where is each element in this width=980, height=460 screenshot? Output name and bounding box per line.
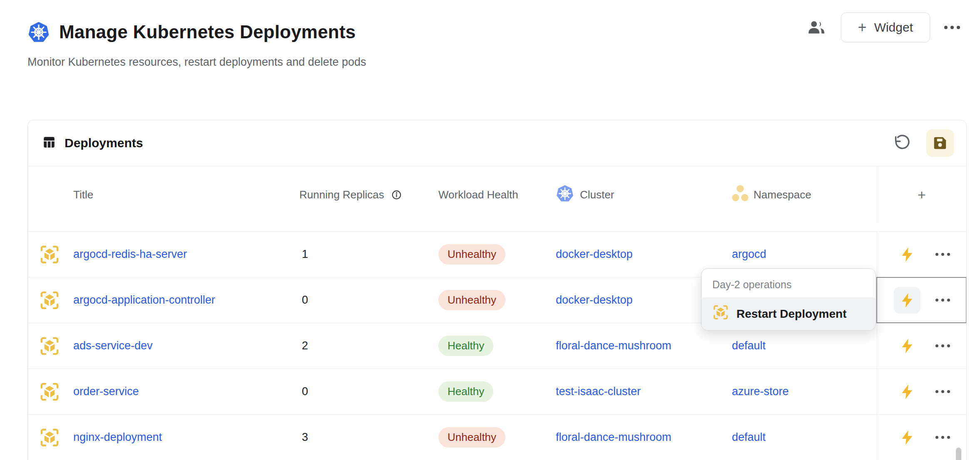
deployment-link[interactable]: argocd-redis-ha-server — [73, 248, 187, 261]
replicas-value: 1 — [296, 232, 436, 277]
deployment-icon — [28, 323, 67, 368]
vertical-scrollbar[interactable] — [956, 448, 961, 460]
replicas-value: 2 — [296, 323, 436, 368]
row-actions — [877, 415, 966, 460]
table-header-row: Title Running Replicas Workload Health — [28, 166, 966, 223]
row-more-menu[interactable] — [935, 344, 950, 347]
page-title: Manage Kubernetes Deployments — [59, 22, 356, 42]
deployment-icon — [28, 369, 67, 414]
row-more-menu[interactable] — [935, 436, 950, 439]
menu-header: Day-2 operations — [701, 269, 876, 297]
namespace-link[interactable]: argocd — [732, 248, 766, 261]
column-running-replicas[interactable]: Running Replicas — [296, 166, 436, 223]
panel-header: Deployments — [28, 120, 966, 166]
deployment-link[interactable]: argocd-application-controller — [73, 294, 215, 307]
lightning-bolt-icon[interactable] — [894, 424, 920, 451]
add-widget-label: Widget — [874, 20, 913, 35]
cluster-link[interactable]: floral-dance-mushroom — [556, 431, 672, 444]
column-title[interactable]: Title — [67, 166, 296, 223]
lightning-bolt-icon[interactable] — [894, 241, 920, 268]
add-column-button[interactable]: + — [877, 166, 966, 223]
table-icon — [42, 135, 56, 151]
deployment-link[interactable]: ads-service-dev — [73, 339, 153, 352]
deployments-panel: Deployments Title Running Replicas — [27, 120, 967, 460]
add-widget-button[interactable]: + Widget — [841, 12, 930, 42]
row-actions — [877, 323, 966, 368]
health-badge: Healthy — [438, 336, 493, 356]
info-icon[interactable] — [391, 189, 402, 200]
column-workload-health[interactable]: Workload Health — [436, 166, 554, 223]
lightning-bolt-icon[interactable] — [894, 333, 920, 359]
panel-title: Deployments — [65, 136, 143, 150]
deployment-icon — [28, 277, 67, 323]
lightning-bolt-icon[interactable] — [894, 378, 920, 405]
plus-icon: + — [858, 20, 867, 35]
deployment-icon — [712, 304, 729, 324]
replicas-value: 0 — [296, 277, 436, 323]
header-controls: + Widget — [806, 12, 960, 42]
cluster-link[interactable]: floral-dance-mushroom — [556, 339, 672, 352]
replicas-value: 0 — [296, 369, 436, 414]
namespace-dots-icon — [731, 184, 749, 205]
deployment-icon — [28, 415, 67, 460]
table-row: order-service 0 Healthy test-isaac-clust… — [28, 368, 966, 414]
cluster-link[interactable]: test-isaac-cluster — [556, 385, 641, 398]
row-actions — [877, 369, 966, 414]
health-badge: Healthy — [438, 381, 493, 402]
deployment-link[interactable]: order-service — [73, 385, 139, 398]
table-row: nginx-deployment 3 Unhealthy floral-danc… — [28, 414, 966, 460]
health-badge: Unhealthy — [438, 290, 505, 310]
deployment-icon — [28, 232, 67, 277]
undo-icon[interactable] — [890, 131, 914, 155]
row-more-menu[interactable] — [935, 299, 950, 302]
save-button[interactable] — [926, 129, 954, 157]
kubernetes-icon — [556, 184, 574, 205]
cluster-link[interactable]: docker-desktop — [556, 294, 633, 307]
page-subtitle: Monitor Kubernetes resources, restart de… — [27, 56, 960, 69]
health-badge: Unhealthy — [438, 244, 505, 265]
row-actions — [877, 232, 966, 277]
row-more-menu[interactable] — [935, 253, 950, 256]
day2-operations-menu: Day-2 operations Restart Deployment — [701, 268, 876, 331]
deployment-link[interactable]: nginx-deployment — [73, 431, 162, 444]
namespace-link[interactable]: default — [732, 339, 766, 352]
row-more-menu[interactable] — [935, 390, 950, 393]
column-cluster[interactable]: Cluster — [554, 166, 731, 223]
menu-item-restart-deployment[interactable]: Restart Deployment — [701, 297, 876, 330]
column-namespace[interactable]: Namespace — [731, 166, 877, 223]
scrolled-row-sliver — [28, 223, 966, 231]
column-icon-spacer — [28, 166, 67, 223]
health-badge: Unhealthy — [438, 427, 505, 448]
menu-item-label: Restart Deployment — [736, 307, 847, 321]
cluster-link[interactable]: docker-desktop — [556, 248, 633, 261]
replicas-value: 3 — [296, 415, 436, 460]
row-actions-focused — [877, 277, 966, 323]
lightning-bolt-icon[interactable] — [894, 287, 920, 314]
page-more-menu[interactable] — [944, 26, 960, 29]
kubernetes-icon — [27, 21, 50, 43]
namespace-link[interactable]: default — [732, 431, 766, 444]
people-icon[interactable] — [806, 17, 827, 38]
namespace-link[interactable]: azure-store — [732, 385, 789, 398]
